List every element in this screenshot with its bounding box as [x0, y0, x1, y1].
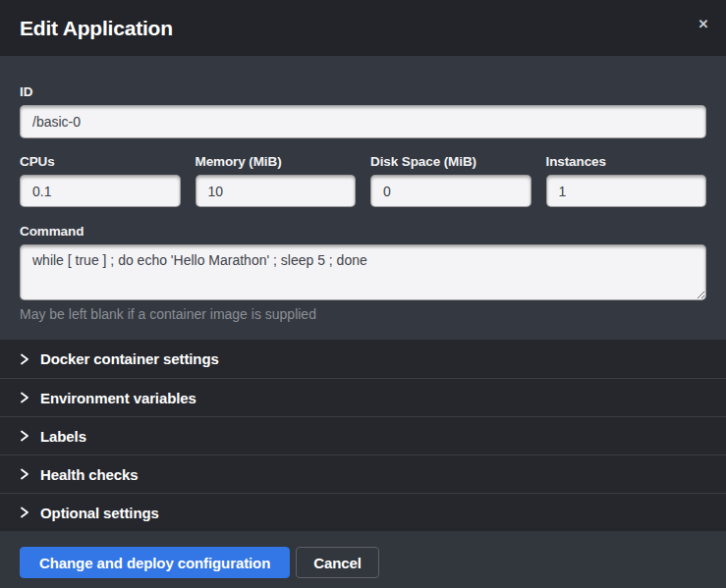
instances-label: Instances [546, 154, 707, 169]
close-icon[interactable]: ✕ [695, 16, 712, 33]
chevron-right-icon [20, 392, 29, 403]
section-label: Health checks [40, 466, 139, 483]
cpus-input[interactable] [20, 175, 181, 207]
section-optional-settings[interactable]: Optional settings [0, 493, 726, 531]
section-labels[interactable]: Labels [0, 416, 726, 454]
modal-body: ID CPUs Memory (MiB) Disk Space (MiB) In… [0, 56, 726, 340]
disk-input[interactable] [370, 175, 531, 207]
section-label: Optional settings [40, 505, 159, 521]
command-label: Command [20, 224, 706, 239]
chevron-right-icon [20, 353, 29, 365]
modal-header: Edit Application ✕ [0, 0, 726, 56]
modal-title: Edit Application [20, 17, 173, 40]
memory-label: Memory (MiB) [195, 154, 357, 169]
chevron-right-icon [20, 430, 29, 442]
section-environment-variables[interactable]: Environment variables [0, 378, 726, 416]
resource-fields-row: CPUs Memory (MiB) Disk Space (MiB) Insta… [20, 154, 706, 207]
modal-footer: Change and deploy configuration Cancel [0, 531, 726, 588]
command-field-group: Command while [ true ] ; do echo 'Hello … [20, 224, 706, 322]
accordion-sections: Docker container settings Environment va… [0, 340, 726, 531]
cancel-button[interactable]: Cancel [296, 547, 379, 578]
command-textarea[interactable]: while [ true ] ; do echo 'Hello Marathon… [20, 244, 706, 300]
section-docker-container-settings[interactable]: Docker container settings [0, 340, 726, 378]
command-help-text: May be left blank if a container image i… [20, 306, 706, 322]
change-and-deploy-button[interactable]: Change and deploy configuration [20, 547, 290, 578]
section-label: Labels [40, 428, 86, 445]
instances-field-group: Instances [546, 154, 707, 207]
id-field-group: ID [20, 84, 706, 138]
id-label: ID [20, 84, 706, 99]
cpus-field-group: CPUs [20, 154, 181, 207]
instances-input[interactable] [546, 175, 707, 207]
chevron-right-icon [20, 507, 29, 518]
section-health-checks[interactable]: Health checks [0, 454, 726, 493]
cpus-label: CPUs [20, 154, 181, 169]
disk-field-group: Disk Space (MiB) [370, 154, 531, 207]
edit-application-modal: Edit Application ✕ ID CPUs Memory (MiB) … [0, 0, 726, 588]
disk-label: Disk Space (MiB) [370, 154, 531, 169]
id-input[interactable] [20, 105, 706, 138]
section-label: Environment variables [40, 390, 196, 406]
memory-field-group: Memory (MiB) [195, 154, 357, 207]
chevron-right-icon [20, 468, 29, 480]
section-label: Docker container settings [40, 350, 219, 367]
memory-input[interactable] [195, 175, 357, 207]
